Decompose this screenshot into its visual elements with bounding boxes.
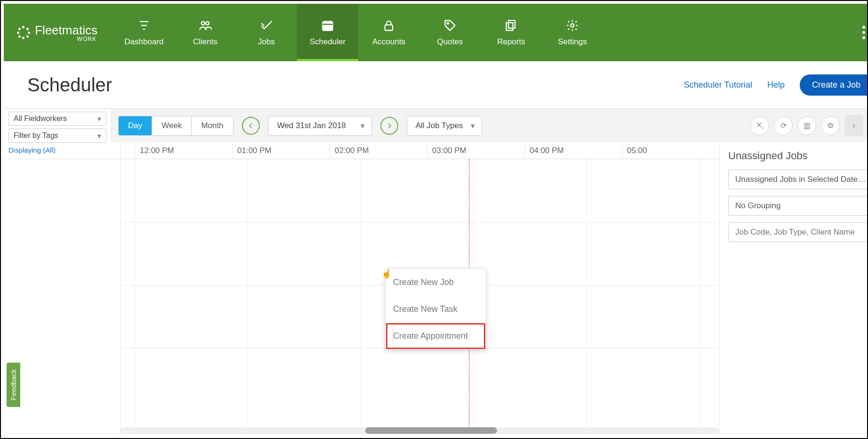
time-slot: 12:00 PM	[135, 142, 232, 159]
calendar-icon	[321, 18, 334, 33]
lock-icon	[382, 18, 395, 33]
svg-rect-5	[508, 21, 515, 28]
filter-icon	[137, 18, 151, 33]
svg-rect-2	[322, 22, 332, 31]
tool-button-1[interactable]: ✕•	[750, 116, 769, 135]
time-slot: 02:00 PM	[330, 142, 427, 159]
refresh-icon: ⟳	[780, 121, 787, 130]
gear-icon	[566, 18, 579, 33]
unassigned-search-input[interactable]	[728, 222, 868, 242]
nav-reports[interactable]: Reports	[481, 4, 542, 61]
main-nav: Dashboard Clients Jobs Scheduler Account…	[113, 4, 603, 61]
chevron-left-icon	[248, 122, 254, 129]
unassigned-title: Unassigned Jobs	[728, 150, 868, 162]
svg-point-0	[201, 22, 205, 25]
displaying-all-link[interactable]: Displaying (All)	[4, 142, 120, 159]
nav-accounts[interactable]: Accounts	[358, 4, 419, 61]
time-slot: 04:00 PM	[524, 142, 622, 159]
caret-down-icon: ▾	[97, 114, 101, 123]
date-picker[interactable]: Wed 31st Jan 2018▾	[268, 116, 372, 136]
chevron-right-icon: ›	[852, 122, 855, 130]
check-icon	[260, 18, 273, 33]
tags-dropdown[interactable]: Filter by Tags▾	[8, 129, 106, 143]
view-day-button[interactable]: Day	[119, 116, 152, 135]
view-month-button[interactable]: Month	[192, 116, 233, 135]
brand-logo: Fleetmatics WORK	[4, 4, 113, 61]
tool-settings-button[interactable]: ⚙	[821, 116, 840, 135]
ctx-create-new-task[interactable]: Create New Task	[386, 296, 486, 323]
close-x-icon: ✕•	[756, 121, 764, 130]
horizontal-scrollbar[interactable]	[121, 427, 719, 434]
columns-icon: ▥	[804, 121, 811, 130]
overflow-menu-icon[interactable]	[862, 26, 865, 39]
scheduler-tutorial-link[interactable]: Scheduler Tutorial	[684, 80, 752, 90]
top-navbar: Fleetmatics WORK Dashboard Clients Jobs …	[4, 4, 868, 61]
view-week-button[interactable]: Week	[152, 116, 192, 135]
gear-icon: ⚙	[827, 121, 834, 130]
nav-scheduler[interactable]: Scheduler	[297, 4, 358, 61]
worker-row[interactable]: Oden Joseph	[121, 349, 719, 412]
feedback-tab[interactable]: Feedback	[7, 363, 20, 407]
nav-quotes[interactable]: Quotes	[419, 4, 481, 61]
cursor-pointer-icon: ☝	[381, 268, 392, 279]
unassigned-range-dropdown[interactable]: Unassigned Jobs in Selected Date Range	[728, 170, 868, 189]
caret-down-icon: ▾	[471, 121, 475, 130]
next-day-button[interactable]	[380, 117, 398, 135]
time-slot: 05:00	[622, 142, 719, 159]
svg-point-7	[571, 24, 574, 27]
brand-spinner-icon	[17, 26, 30, 39]
svg-point-4	[447, 23, 449, 24]
svg-point-1	[206, 22, 209, 25]
toolbar: All Fieldworkers▾ Filter by Tags▾ Day We…	[4, 108, 868, 142]
worker-row[interactable]: Brittany Stokes	[121, 159, 719, 222]
time-slot: 03:00 PM	[427, 142, 524, 159]
people-icon	[199, 18, 212, 33]
nav-jobs[interactable]: Jobs	[236, 4, 297, 61]
time-slot: 01:00 PM	[232, 142, 330, 159]
nav-settings[interactable]: Settings	[542, 4, 603, 61]
context-menu: Create New Job Create New Task Create Ap…	[385, 268, 486, 350]
caret-down-icon: ▾	[97, 131, 101, 140]
tool-columns-button[interactable]: ▥	[797, 116, 816, 135]
view-segmented-control: Day Week Month	[118, 116, 233, 136]
scrollbar-thumb[interactable]	[365, 427, 497, 434]
copy-icon	[505, 18, 518, 33]
help-link[interactable]: Help	[767, 80, 785, 90]
svg-rect-3	[385, 25, 393, 31]
unassigned-grouping-dropdown[interactable]: No Grouping	[728, 196, 868, 216]
tag-icon	[443, 18, 457, 33]
svg-rect-6	[506, 23, 513, 30]
brand-name: Fleetmatics	[35, 23, 97, 37]
fieldworkers-dropdown[interactable]: All Fieldworkers▾	[8, 112, 106, 126]
create-job-button[interactable]: Create a Job	[800, 74, 868, 96]
unassigned-panel: Unassigned Jobs Unassigned Jobs in Selec…	[719, 142, 868, 435]
collapse-sidepanel-button[interactable]: ›	[844, 115, 863, 137]
page-title: Scheduler	[27, 74, 112, 96]
ctx-create-new-job[interactable]: Create New Job	[386, 269, 486, 296]
tool-refresh-button[interactable]: ⟳	[774, 116, 793, 135]
nav-dashboard[interactable]: Dashboard	[113, 4, 175, 61]
nav-clients[interactable]: Clients	[175, 4, 236, 61]
chevron-right-icon	[386, 122, 393, 129]
prev-day-button[interactable]	[242, 117, 260, 135]
time-header: 12:00 PM 01:00 PM 02:00 PM 03:00 PM 04:0…	[121, 142, 719, 159]
ctx-create-appointment[interactable]: Create Appointment	[386, 323, 486, 350]
page-header: Scheduler Scheduler Tutorial Help Create…	[4, 61, 868, 108]
jobtypes-dropdown[interactable]: All Job Types▾	[407, 116, 482, 136]
caret-down-icon: ▾	[361, 121, 365, 130]
